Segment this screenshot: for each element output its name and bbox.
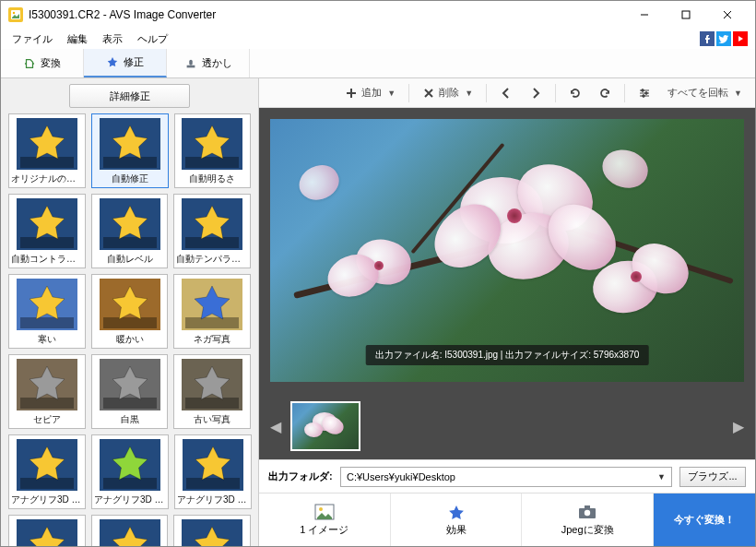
svg-rect-11 xyxy=(189,59,193,65)
preset-cell[interactable]: 自動修正 xyxy=(91,113,169,188)
preset-cell[interactable]: 自動コントラスト xyxy=(8,194,86,268)
preset-label: 寒い xyxy=(11,333,83,346)
tab-correct-label: 修正 xyxy=(124,55,144,69)
preset-cell[interactable] xyxy=(173,515,251,546)
next-button[interactable] xyxy=(522,81,549,105)
preset-cell[interactable] xyxy=(8,515,86,546)
status-format[interactable]: Jpegに変換 xyxy=(522,493,654,546)
preset-thumb xyxy=(17,439,77,491)
preset-thumb xyxy=(100,519,160,546)
preset-label: 自動修正 xyxy=(94,172,166,185)
svg-rect-29 xyxy=(185,317,239,328)
svg-rect-4 xyxy=(682,11,690,18)
output-folder-value: C:¥Users¥yuki¥Desktop xyxy=(347,471,455,482)
preset-thumb xyxy=(100,198,160,250)
tab-watermark[interactable]: 透かし xyxy=(167,49,250,77)
menu-view[interactable]: 表示 xyxy=(95,30,130,48)
svg-rect-35 xyxy=(185,398,239,409)
preset-label: セピア xyxy=(11,413,83,426)
preset-cell[interactable] xyxy=(91,515,169,546)
svg-rect-31 xyxy=(20,398,74,409)
preview-area: 出力ファイル名: I5300391.jpg | 出力ファイルサイズ: 5796x… xyxy=(259,108,755,393)
status-effects[interactable]: 効果 xyxy=(391,493,523,546)
preset-cell[interactable]: 白黒 xyxy=(91,354,169,429)
image-toolbar: 追加▼ 削除▼ すべてを回転▼ xyxy=(259,78,755,108)
window-title: I5300391.CR2 - AVS Image Converter xyxy=(29,8,623,21)
status-images[interactable]: 1 イメージ xyxy=(259,493,391,546)
svg-rect-19 xyxy=(20,237,74,248)
svg-rect-54 xyxy=(585,505,590,509)
arrow-left-icon xyxy=(500,87,513,100)
preset-cell[interactable]: 古い写真 xyxy=(173,354,251,429)
preset-thumb xyxy=(100,279,160,330)
twitter-icon[interactable] xyxy=(716,31,731,46)
preset-cell[interactable]: ネガ写真 xyxy=(173,274,251,349)
filmstrip-thumb[interactable] xyxy=(290,401,360,451)
preset-label: 自動明るさ xyxy=(177,172,249,185)
svg-rect-41 xyxy=(186,478,240,489)
rotate-all-button[interactable]: すべてを回転▼ xyxy=(660,81,750,105)
filmstrip-prev[interactable]: ◀ xyxy=(268,408,283,445)
delete-button[interactable]: 削除▼ xyxy=(415,81,480,105)
youtube-icon[interactable] xyxy=(733,31,748,46)
preset-cell[interactable]: オリジナルの写真 xyxy=(8,113,86,188)
app-icon xyxy=(8,7,23,22)
rotate-cw-button[interactable] xyxy=(591,81,619,105)
menu-edit[interactable]: 編集 xyxy=(60,30,95,48)
menu-file[interactable]: ファイル xyxy=(5,30,60,48)
preset-cell[interactable]: セピア xyxy=(8,354,86,429)
svg-rect-37 xyxy=(20,478,74,489)
rotate-ccw-icon xyxy=(569,87,582,100)
output-folder-dropdown[interactable]: C:¥Users¥yuki¥Desktop ▼ xyxy=(340,467,672,487)
detail-correction-button[interactable]: 詳細修正 xyxy=(69,84,190,108)
bottom-bar: 1 イメージ 効果 Jpegに変換 今すぐ変換！ xyxy=(259,493,755,546)
preset-thumb xyxy=(17,198,77,250)
preset-thumb xyxy=(182,118,242,170)
tab-correct[interactable]: 修正 xyxy=(84,49,167,77)
filmstrip-next[interactable]: ▶ xyxy=(731,408,746,445)
settings-button[interactable] xyxy=(631,81,658,105)
preset-thumb xyxy=(182,279,242,330)
star-icon xyxy=(446,504,467,520)
preset-cell[interactable]: 自動テンパラチャー xyxy=(173,194,251,268)
convert-now-button[interactable]: 今すぐ変換！ xyxy=(654,493,755,546)
preset-thumb xyxy=(100,118,160,170)
preset-cell[interactable]: アナグリフ3D 黄青 xyxy=(174,434,252,509)
preset-label: 自動コントラスト xyxy=(11,253,83,266)
convert-icon xyxy=(23,57,36,70)
browse-button[interactable]: ブラウズ... xyxy=(679,467,746,487)
sliders-icon xyxy=(638,87,651,100)
preset-cell[interactable]: 寒い xyxy=(8,274,86,349)
preset-thumb xyxy=(183,439,243,491)
svg-point-50 xyxy=(643,94,645,97)
svg-rect-27 xyxy=(103,317,157,328)
camera-icon xyxy=(577,504,597,520)
preset-thumb xyxy=(100,439,160,491)
chevron-down-icon: ▼ xyxy=(387,89,396,98)
preset-thumb xyxy=(182,359,242,410)
rotate-ccw-button[interactable] xyxy=(561,81,589,105)
preset-cell[interactable]: アナグリフ3D 赤・ xyxy=(8,434,86,509)
preset-cell[interactable]: 自動レベル xyxy=(91,194,168,268)
svg-point-48 xyxy=(642,89,644,91)
preset-cell[interactable]: 暖かい xyxy=(91,274,169,349)
close-button[interactable] xyxy=(706,2,748,28)
arrow-right-icon xyxy=(529,87,542,100)
prev-button[interactable] xyxy=(492,81,520,105)
preset-label: 暖かい xyxy=(94,333,166,346)
preset-cell[interactable]: アナグリフ3D 赤・ xyxy=(91,434,169,509)
svg-point-52 xyxy=(319,507,323,511)
preset-thumb xyxy=(100,359,160,410)
svg-point-55 xyxy=(585,509,590,515)
facebook-icon[interactable] xyxy=(700,31,715,46)
tab-convert[interactable]: 変換 xyxy=(1,49,84,77)
menu-help[interactable]: ヘルプ xyxy=(130,30,175,48)
add-button[interactable]: 追加▼ xyxy=(337,81,403,105)
svg-rect-15 xyxy=(103,157,157,168)
preset-cell[interactable]: 自動明るさ xyxy=(174,113,252,188)
preset-label: オリジナルの写真 xyxy=(11,172,83,185)
maximize-button[interactable] xyxy=(665,2,706,28)
preset-label: アナグリフ3D 赤・ xyxy=(11,493,83,506)
output-bar: 出力フォルダ: C:¥Users¥yuki¥Desktop ▼ ブラウズ... xyxy=(259,459,755,493)
minimize-button[interactable] xyxy=(623,2,665,28)
